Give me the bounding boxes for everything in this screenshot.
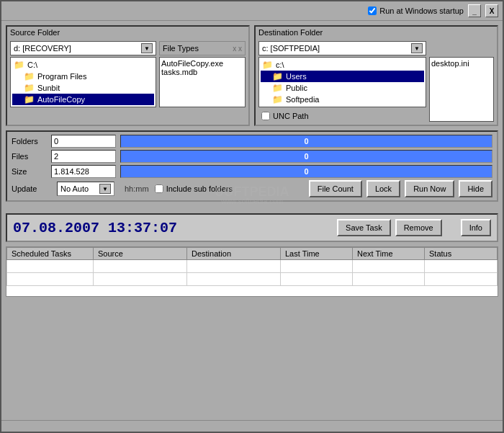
col-status: Status <box>425 248 498 260</box>
folder-icon: 📁 <box>14 60 24 70</box>
size-label: Size <box>12 167 51 176</box>
action-buttons: File Count Lock Run Now Hide <box>309 180 492 197</box>
lock-button[interactable]: Lock <box>366 180 400 197</box>
dest-tree-item-users[interactable]: 📁 Users <box>261 71 424 82</box>
datetime-display: 07.08.2007 13:37:07 <box>13 220 177 236</box>
file-list: AutoFileCopy.exe tasks.mdb <box>159 57 246 107</box>
task-table-body <box>7 260 498 286</box>
folder-icon: 📁 <box>24 94 35 104</box>
dest-tree-item-public[interactable]: 📁 Public <box>261 82 424 94</box>
tree-item-label: AutoFileCopy <box>37 95 85 104</box>
col-last-time: Last Time <box>281 248 353 260</box>
task-table-head: Scheduled Tasks Source Destination Last … <box>7 248 498 260</box>
dest-tree-item-softpedia[interactable]: 📁 Softpedia <box>261 94 424 105</box>
include-sub-label: Include sub folders <box>166 184 233 193</box>
tree-item-label: c:\ <box>276 61 284 69</box>
tree-item-label: C:\ <box>27 61 37 69</box>
minimize-button[interactable]: _ <box>468 4 481 17</box>
dest-drive-label: c: [SOFTPEDIA] <box>262 44 320 53</box>
status-bar <box>1 420 503 432</box>
run-at-startup-checkbox[interactable] <box>368 6 377 15</box>
main-window: Run at Windows startup _ X Source Folder… <box>0 0 504 433</box>
save-task-button[interactable]: Save Task <box>337 219 391 236</box>
tree-item-label: Public <box>286 84 307 92</box>
folders-label: Folders <box>12 137 51 146</box>
source-tree-item-c[interactable]: 📁 C:\ <box>12 59 154 71</box>
task-table: Scheduled Tasks Source Destination Last … <box>6 247 498 286</box>
folders-progress: 0 <box>120 135 492 148</box>
file-types-header: File Types x x <box>159 41 246 55</box>
run-at-startup-label: Run at Windows startup <box>379 6 464 15</box>
source-tree-view[interactable]: 📁 C:\ 📁 Program Files 📁 Sunbit <box>10 57 156 107</box>
size-row: Size 0 <box>12 165 492 178</box>
tree-item-label: Program Files <box>37 72 86 81</box>
unc-path-label: UNC Path <box>273 112 309 120</box>
table-row <box>7 273 498 286</box>
run-at-startup-container: Run at Windows startup <box>368 6 464 15</box>
update-value: No Auto <box>60 184 89 193</box>
datetime-bar: 07.08.2007 13:37:07 Save Task Remove Inf… <box>6 213 498 242</box>
files-row: Files 0 <box>12 150 492 163</box>
update-label: Update <box>12 184 51 193</box>
folder-icon: 📁 <box>272 71 283 81</box>
dest-tree-item-c[interactable]: 📁 c:\ <box>261 59 424 71</box>
source-tree-item-programfiles[interactable]: 📁 Program Files <box>12 71 154 82</box>
remove-button[interactable]: Remove <box>395 219 442 236</box>
top-bar: Run at Windows startup _ X <box>1 1 503 21</box>
col-source: Source <box>94 248 187 260</box>
files-progress: 0 <box>120 150 492 163</box>
close-button[interactable]: X <box>485 4 498 17</box>
hide-button[interactable]: Hide <box>459 180 492 197</box>
size-input[interactable] <box>51 165 116 178</box>
folders-input[interactable] <box>51 135 116 148</box>
table-row <box>7 260 498 273</box>
source-folder-title: Source Folder <box>7 27 248 38</box>
include-sub-container: Include sub folders <box>155 184 233 193</box>
col-destination: Destination <box>187 248 281 260</box>
file-types-label: File Types <box>163 44 199 53</box>
col-scheduled-tasks: Scheduled Tasks <box>7 248 94 260</box>
unc-path-checkbox[interactable] <box>261 112 270 120</box>
files-input[interactable] <box>51 150 116 163</box>
run-now-button[interactable]: Run Now <box>405 180 454 197</box>
file-item: AutoFileCopy.exe <box>161 59 243 68</box>
tree-item-label: Users <box>286 72 307 81</box>
file-types-markers: x x <box>233 45 242 53</box>
folder-icon: 📁 <box>272 83 283 93</box>
dest-tree-view[interactable]: 📁 c:\ 📁 Users 📁 Public <box>258 57 426 107</box>
folder-icon: 📁 <box>262 60 273 70</box>
size-progress: 0 <box>120 165 492 178</box>
file-count-button[interactable]: File Count <box>309 180 362 197</box>
col-next-time: Next Time <box>353 248 425 260</box>
source-tree-item-sunbit[interactable]: 📁 Sunbit <box>12 82 154 94</box>
update-row: Update No Auto ▼ hh:mm Include sub folde… <box>12 180 492 197</box>
source-drive-dropdown[interactable]: d: [RECOVERY] ▼ <box>10 41 156 55</box>
metrics-panel: Folders 0 Files 0 Size 0 <box>6 130 498 202</box>
folder-icon: 📁 <box>24 71 35 81</box>
files-label: Files <box>12 152 51 161</box>
tree-item-label: Sunbit <box>37 84 60 92</box>
dest-drive-dropdown[interactable]: c: [SOFTPEDIA] ▼ <box>258 41 426 55</box>
tree-item-label: Softpedia <box>286 95 319 104</box>
folder-icon: 📁 <box>272 94 283 104</box>
destination-folder-title: Destination Folder <box>256 27 497 38</box>
source-folder-panel: Source Folder d: [RECOVERY] ▼ 📁 C:\ <box>6 25 250 126</box>
update-dropdown-arrow: ▼ <box>99 184 111 194</box>
task-table-container: Scheduled Tasks Source Destination Last … <box>6 246 498 297</box>
source-tree-item-autofilecopy[interactable]: 📁 AutoFileCopy <box>12 94 154 105</box>
source-drive-label: d: [RECOVERY] <box>14 44 71 53</box>
folder-icon: 📁 <box>24 83 35 93</box>
dest-drive-arrow: ▼ <box>411 43 423 53</box>
task-table-header-row: Scheduled Tasks Source Destination Last … <box>7 248 498 260</box>
folders-row: Folders 0 <box>12 135 492 148</box>
info-button[interactable]: Info <box>461 219 491 236</box>
dest-file-item: desktop.ini <box>431 59 492 68</box>
file-item: tasks.mdb <box>161 68 243 76</box>
main-content: Source Folder d: [RECOVERY] ▼ 📁 C:\ <box>1 21 503 301</box>
hhmm-label: hh:mm <box>125 184 149 193</box>
source-drive-arrow: ▼ <box>141 43 153 53</box>
destination-folder-panel: Destination Folder c: [SOFTPEDIA] ▼ 📁 c:… <box>254 25 498 126</box>
update-dropdown[interactable]: No Auto ▼ <box>57 182 114 196</box>
top-panels: Source Folder d: [RECOVERY] ▼ 📁 C:\ <box>6 25 498 126</box>
include-sub-checkbox[interactable] <box>155 184 163 193</box>
